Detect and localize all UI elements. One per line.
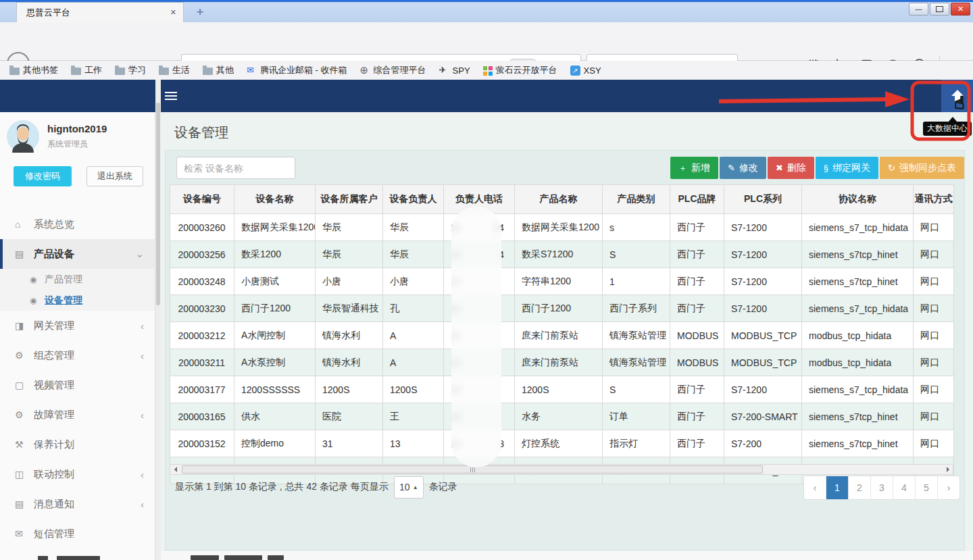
window-controls: — ✕ [909,3,970,16]
device-panel: ＋ 新增 ✎ 修改 ✖ 删除 § 绑定网关 ↻ 强制同步点表 [165,150,965,551]
tab-close-icon[interactable]: ✕ [170,8,183,17]
table-column-header[interactable]: PLC系列 [724,185,802,214]
window-minimize-button[interactable]: — [909,3,928,16]
bookmark-label: XSY [584,66,601,76]
bookmark-item[interactable]: 学习 [115,64,146,76]
sidebar-menu-item[interactable]: ✉ 短信管理 [0,519,155,549]
sidebar-collapse-icon[interactable] [165,92,177,102]
device-table-row[interactable]: 200003248 小唐测试 小唐 小唐 13 字符串1200 1 西门子 S7… [170,268,954,295]
toolbar-button[interactable]: ＋ 新增 [670,157,718,179]
table-column-header[interactable]: PLC品牌 [670,185,724,214]
avatar[interactable] [7,120,39,153]
device-table-row[interactable]: 200003165 供水 医院 王 18 水务 订单 西门子 S7-200-SM… [170,403,954,430]
cell-category: s [603,214,670,241]
bookmark-item[interactable]: SPY [439,66,470,76]
cell-product: 灯控系统 [515,430,603,457]
sidebar-menu-item[interactable]: ⌂ 系统总览 [0,209,155,239]
menu-item-label: 产品管理 [45,274,82,286]
bookmark-item[interactable]: XSY [570,66,601,76]
logout-button[interactable]: 退出系统 [86,166,143,186]
page-button[interactable]: › [937,476,959,499]
device-search-input[interactable] [176,157,295,179]
device-table-row[interactable]: 200003230 西门子1200 华辰智通科技 孔 15 西门子1200 西门… [170,295,954,322]
scroll-left-arrow-icon[interactable] [170,465,180,474]
device-table-row[interactable]: 200003260 数据网关采集1200 华辰 华辰 1804 数据网关采集12… [170,214,954,241]
table-column-header[interactable]: 协议名称 [802,185,914,214]
sidebar-menu-item[interactable]: ◫ 联动控制 ‹ [0,459,155,489]
cell-owner: A [383,349,444,376]
cell-device-name: A水泵控制 [234,349,316,376]
cell-protocol: siemens_s7tcp_hinet [802,403,914,430]
toolbar-button[interactable]: § 绑定网关 [816,157,878,179]
bookmark-item[interactable]: 综合管理平台 [360,64,426,76]
cell-category: S [603,376,670,403]
page-button[interactable]: 3 [870,476,893,499]
cell-product: 字符串1200 [515,268,603,295]
tab-title: 思普云平台 [17,7,170,19]
cell-owner: 13 [383,430,444,457]
page-button[interactable]: 2 [848,476,870,499]
cell-product: 数据网关采集1200 [515,214,603,241]
browser-tab[interactable]: 思普云平台 ✕ [16,2,184,22]
bookmark-item[interactable]: 其他 [203,64,234,76]
chevron-icon: ‹ [141,409,144,421]
horizontal-scrollbar[interactable] [170,464,953,475]
scroll-right-arrow-icon[interactable] [943,465,953,474]
bookmark-item[interactable]: 工作 [71,64,102,76]
menu-item-label: 产品设备 [34,248,74,261]
sidebar-menu-item[interactable]: ▤ 产品设备 ⌄ [0,239,155,269]
table-column-header[interactable]: 设备所属客户 [316,185,383,214]
table-column-header[interactable]: 产品类别 [603,185,670,214]
cell-category: 1 [603,268,670,295]
page-size-select[interactable]: 10 ▲ [394,476,424,499]
device-table-row[interactable]: 200003177 1200SSSSSS 1200S 1200S 15 1200… [170,376,954,403]
device-table-row[interactable]: 200003211 A水泵控制 镇海水利 A 13 庶来门前泵站 镇海泵站管理 … [170,349,954,376]
window-maximize-button[interactable] [930,3,949,16]
toolbar-button[interactable]: ↻ 强制同步点表 [880,157,964,179]
cell-protocol: siemens_s7_tcp_hidata [802,295,914,322]
cell-customer: 小唐 [316,268,383,295]
device-table-row[interactable]: 200003256 数采1200 华辰 华辰 184 数采S71200 S 西门… [170,241,954,268]
toolbar-button[interactable]: ✎ 修改 [720,157,766,179]
cell-protocol: siemens_s7_tcp_hidata [802,214,914,241]
window-close-button[interactable]: ✕ [951,3,970,16]
sidebar-menu-item[interactable]: ▢ 视频管理 [0,370,155,400]
table-column-header[interactable]: 设备负责人 [383,185,444,214]
table-column-header[interactable]: 设备名称 [234,185,316,214]
table-column-header[interactable]: 通讯方式 [914,185,954,214]
vertical-scrollbar-thumb[interactable] [156,103,160,305]
exmail-icon [247,66,257,75]
bookmark-item[interactable]: 腾讯企业邮箱 - 收件箱 [247,64,347,76]
device-table: 设备编号设备名称设备所属客户设备负责人负责人电话产品名称产品类别PLC品牌PLC… [170,184,954,484]
sidebar-menu-item[interactable]: ◉ 设备管理 [0,290,155,311]
bookmark-label: 其他 [216,64,234,76]
sidebar-menu-item[interactable]: ▤ 消息通知 ‹ [0,489,155,519]
page-button[interactable]: 1 [826,476,848,499]
sidebar-menu-item[interactable]: ⚙ 故障管理 ‹ [0,400,155,430]
menu-item-label: 消息通知 [34,498,74,511]
menu-item-icon: ⚙ [15,350,34,361]
new-tab-button[interactable]: + [191,3,209,21]
change-password-button[interactable]: 修改密码 [14,166,72,186]
bookmark-item[interactable]: 生活 [159,64,190,76]
toolbar-button[interactable]: ✖ 删除 [768,157,814,179]
page-button[interactable]: ‹ [804,476,826,499]
sidebar-menu-item[interactable]: ⚒ 保养计划 [0,430,155,459]
sidebar-menu-item[interactable]: ⚙ 组态管理 ‹ [0,340,155,370]
device-table-row[interactable]: 200003212 A水闸控制 镇海水利 A 13 庶来门前泵站 镇海泵站管理 … [170,322,954,349]
cell-device-name: 供水 [234,403,316,430]
hand-cursor-icon: ☝ [954,93,965,113]
toolbar-button-icon: ＋ [678,162,687,174]
scrollbar-grip [472,467,473,472]
sidebar-menu-item[interactable]: ◉ 产品管理 [0,269,155,290]
toolbar-button-label: 强制同步点表 [899,162,956,174]
sidebar-menu-item[interactable]: ◨ 网关管理 ‹ [0,311,155,340]
page-button[interactable]: 5 [915,476,937,499]
device-table-row[interactable]: 200003152 控制demo 31 13 153 灯控系统 指示灯 西门子 … [170,430,954,457]
table-column-header[interactable]: 产品名称 [515,185,603,214]
bookmark-item[interactable]: 其他书签 [9,64,58,76]
table-column-header[interactable]: 设备编号 [170,185,234,214]
cell-comm-type: 网口 [914,430,954,457]
bookmark-item[interactable]: 萤石云开放平台 [483,64,557,76]
page-button[interactable]: 4 [893,476,915,499]
